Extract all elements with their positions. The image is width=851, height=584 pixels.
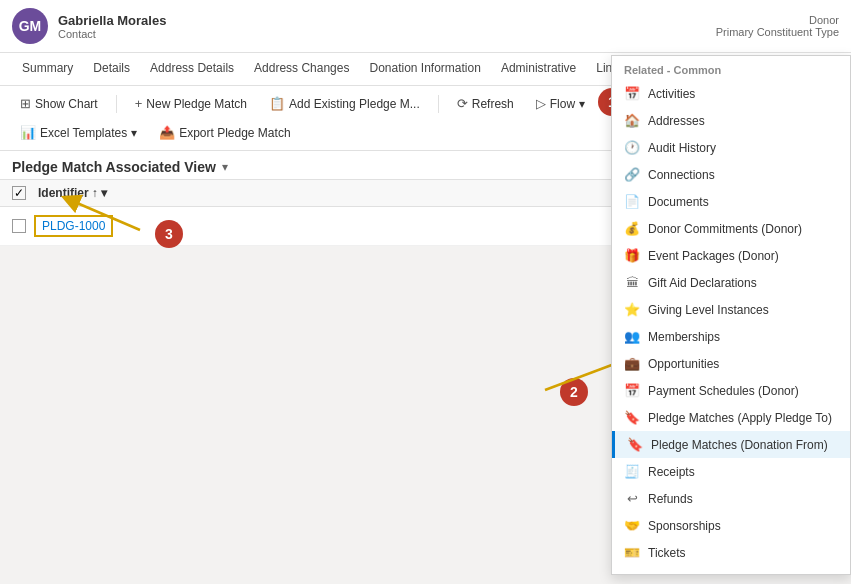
dropdown-item-pledge-matches-apply[interactable]: 🔖 Pledge Matches (Apply Pledge To)	[612, 404, 850, 431]
dropdown-item-audit-history[interactable]: 🕐 Audit History	[612, 134, 850, 161]
tab-administrative[interactable]: Administrative	[491, 53, 586, 85]
refresh-button[interactable]: ⟳ Refresh	[449, 92, 522, 115]
contact-info: Gabriella Morales Contact	[58, 13, 166, 40]
donor-label: Donor	[716, 14, 839, 26]
header-right: Donor Primary Constituent Type	[716, 14, 839, 38]
dropdown-item-pledge-matches-donation[interactable]: 🔖 Pledge Matches (Donation From)	[612, 431, 850, 458]
tab-details[interactable]: Details	[83, 53, 140, 85]
toolbar-separator-1	[116, 95, 117, 113]
row-checkbox[interactable]	[12, 219, 26, 233]
dropdown-item-sponsorships[interactable]: 🤝 Sponsorships	[612, 512, 850, 539]
view-title: Pledge Match Associated View	[12, 159, 216, 175]
contact-name: Gabriella Morales	[58, 13, 166, 28]
connections-icon: 🔗	[624, 167, 640, 182]
related-common-label: Related - Common	[612, 56, 850, 80]
tab-donation-information[interactable]: Donation Information	[359, 53, 490, 85]
flow-button[interactable]: ▷ Flow ▾	[528, 92, 593, 115]
giving-level-icon: ⭐	[624, 302, 640, 317]
export-icon: 📤	[159, 125, 175, 140]
excel-chevron-icon: ▾	[131, 126, 137, 140]
dropdown-item-tickets[interactable]: 🎫 Tickets	[612, 539, 850, 566]
dropdown-item-addresses[interactable]: 🏠 Addresses	[612, 107, 850, 134]
annotation-badge-3: 3	[155, 220, 183, 248]
tab-address-details[interactable]: Address Details	[140, 53, 244, 85]
toolbar-separator-2	[438, 95, 439, 113]
dropdown-item-documents[interactable]: 📄 Documents	[612, 188, 850, 215]
dropdown-item-gift-aid[interactable]: 🏛 Gift Aid Declarations	[612, 269, 850, 296]
memberships-icon: 👥	[624, 329, 640, 344]
addresses-icon: 🏠	[624, 113, 640, 128]
col-identifier-header[interactable]: Identifier ↑ ▾	[38, 186, 107, 200]
donor-commitments-icon: 💰	[624, 221, 640, 236]
dropdown-item-memberships[interactable]: 👥 Memberships	[612, 323, 850, 350]
payment-schedules-icon: 📅	[624, 383, 640, 398]
dropdown-item-activities[interactable]: 📅 Activities	[612, 80, 850, 107]
audit-history-icon: 🕐	[624, 140, 640, 155]
add-existing-icon: 📋	[269, 96, 285, 111]
contact-type: Contact	[58, 28, 166, 40]
identifier-chevron-icon: ▾	[101, 186, 107, 200]
dropdown-item-payment-schedules[interactable]: 📅 Payment Schedules (Donor)	[612, 377, 850, 404]
header: GM Gabriella Morales Contact Donor Prima…	[0, 0, 851, 53]
chart-icon: ⊞	[20, 96, 31, 111]
select-all-checkbox[interactable]: ✓	[12, 186, 26, 200]
dropdown-item-receipts[interactable]: 🧾 Receipts	[612, 458, 850, 485]
primary-constituent-label: Primary Constituent Type	[716, 26, 839, 38]
dropdown-item-connections[interactable]: 🔗 Connections	[612, 161, 850, 188]
dropdown-item-transactions-donor[interactable]: 💳 Transactions (Donor)	[612, 566, 850, 575]
event-packages-icon: 🎁	[624, 248, 640, 263]
sponsorships-icon: 🤝	[624, 518, 640, 533]
dropdown-item-refunds[interactable]: ↩ Refunds	[612, 485, 850, 512]
refunds-icon: ↩	[624, 491, 640, 506]
pledge-matches-apply-icon: 🔖	[624, 410, 640, 425]
excel-templates-button[interactable]: 📊 Excel Templates ▾	[12, 121, 145, 144]
view-title-chevron-icon[interactable]: ▾	[222, 160, 228, 174]
related-dropdown: Related - Common 📅 Activities 🏠 Addresse…	[611, 55, 851, 575]
gift-aid-icon: 🏛	[624, 275, 640, 290]
annotation-badge-2: 2	[560, 378, 588, 406]
excel-icon: 📊	[20, 125, 36, 140]
documents-icon: 📄	[624, 194, 640, 209]
identifier-sort-icon: ↑	[92, 186, 98, 200]
flow-chevron-icon: ▾	[579, 97, 585, 111]
tickets-icon: 🎫	[624, 545, 640, 560]
show-chart-button[interactable]: ⊞ Show Chart	[12, 92, 106, 115]
dropdown-item-opportunities[interactable]: 💼 Opportunities	[612, 350, 850, 377]
header-left: GM Gabriella Morales Contact	[12, 8, 166, 44]
pledge-matches-donation-icon: 🔖	[627, 437, 643, 452]
dropdown-item-giving-level[interactable]: ⭐ Giving Level Instances	[612, 296, 850, 323]
tab-address-changes[interactable]: Address Changes	[244, 53, 359, 85]
activities-icon: 📅	[624, 86, 640, 101]
transactions-donor-icon: 💳	[624, 572, 640, 575]
dropdown-item-event-packages[interactable]: 🎁 Event Packages (Donor)	[612, 242, 850, 269]
export-button[interactable]: 📤 Export Pledge Match	[151, 121, 298, 144]
tab-summary[interactable]: Summary	[12, 53, 83, 85]
flow-icon: ▷	[536, 96, 546, 111]
refresh-icon: ⟳	[457, 96, 468, 111]
plus-icon: +	[135, 96, 143, 111]
opportunities-icon: 💼	[624, 356, 640, 371]
add-existing-pledge-button[interactable]: 📋 Add Existing Pledge M...	[261, 92, 428, 115]
new-pledge-match-button[interactable]: + New Pledge Match	[127, 92, 255, 115]
receipts-icon: 🧾	[624, 464, 640, 479]
dropdown-item-donor-commitments[interactable]: 💰 Donor Commitments (Donor)	[612, 215, 850, 242]
avatar: GM	[12, 8, 48, 44]
cell-identifier[interactable]: PLDG-1000	[34, 215, 113, 237]
